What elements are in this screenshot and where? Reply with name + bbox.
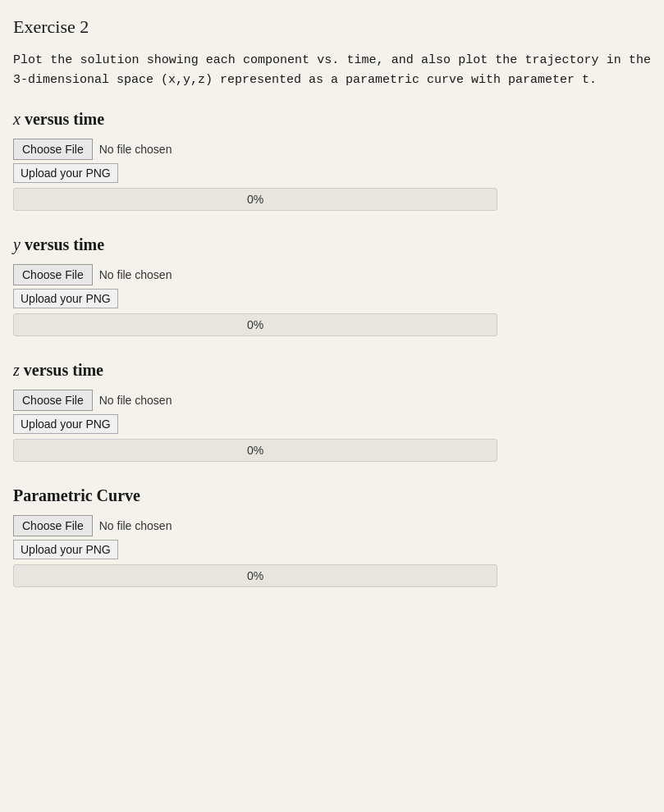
upload-label-parametric: Upload your PNG [13,540,651,564]
progress-bar-y: 0% [13,313,497,336]
section-title-parametric-text: Parametric Curve [13,486,140,504]
choose-file-button-z[interactable]: Choose File [13,390,93,411]
progress-bar-z: 0% [13,439,497,462]
file-input-row-x: Choose File No file chosen [13,139,651,160]
section-title-parametric: Parametric Curve [13,486,651,505]
choose-file-button-parametric[interactable]: Choose File [13,515,93,536]
progress-text-parametric: 0% [247,569,263,582]
upload-png-label-z: Upload your PNG [13,414,118,434]
upload-label-z: Upload your PNG [13,414,651,439]
upload-png-label-y: Upload your PNG [13,289,118,308]
file-input-row-parametric: Choose File No file chosen [13,515,651,536]
progress-text-z: 0% [247,444,263,457]
choose-file-button-y[interactable]: Choose File [13,264,93,285]
file-input-row-y: Choose File No file chosen [13,264,651,285]
no-file-text-x: No file chosen [99,143,172,156]
section-title-x-italic: x [13,110,21,128]
section-title-z: z versus time [13,361,651,380]
progress-bar-x: 0% [13,188,497,211]
upload-label-y: Upload your PNG [13,289,651,313]
upload-png-label-x: Upload your PNG [13,163,118,183]
section-title-x: x versus time [13,110,651,129]
progress-bar-parametric: 0% [13,564,497,587]
file-input-row-z: Choose File No file chosen [13,390,651,411]
section-y-vs-time: y versus time Choose File No file chosen… [13,235,651,336]
section-parametric-curve: Parametric Curve Choose File No file cho… [13,486,651,587]
section-title-y-rest: versus time [21,235,104,253]
no-file-text-parametric: No file chosen [99,519,172,532]
upload-label-x: Upload your PNG [13,163,651,188]
description: Plot the solution showing each component… [13,51,651,90]
upload-png-label-parametric: Upload your PNG [13,540,118,559]
choose-file-button-x[interactable]: Choose File [13,139,93,160]
no-file-text-y: No file chosen [99,268,172,281]
section-title-z-italic: z [13,361,20,379]
progress-text-x: 0% [247,193,263,206]
section-title-y: y versus time [13,235,651,254]
no-file-text-z: No file chosen [99,394,172,407]
page-title: Exercise 2 [13,16,651,38]
section-title-y-italic: y [13,235,21,253]
section-title-z-rest: versus time [20,361,103,379]
section-z-vs-time: z versus time Choose File No file chosen… [13,361,651,462]
section-x-vs-time: x versus time Choose File No file chosen… [13,110,651,211]
section-title-x-rest: versus time [21,110,104,128]
progress-text-y: 0% [247,318,263,331]
